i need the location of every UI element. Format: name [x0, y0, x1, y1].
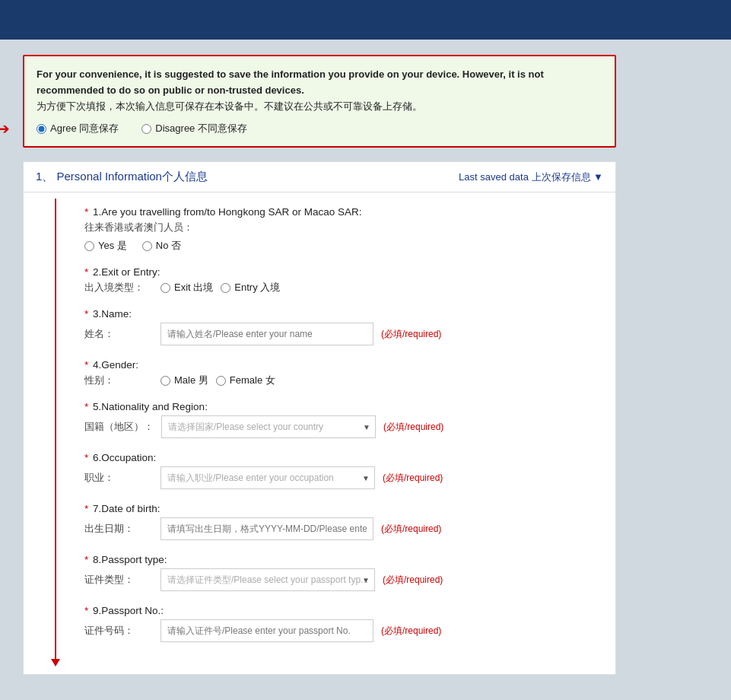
disagree-radio[interactable] — [141, 124, 151, 134]
notice-text: For your convenience, it is suggested to… — [37, 67, 602, 114]
q1-no[interactable]: No 否 — [142, 239, 181, 253]
q9-row: 证件号码： (必填/required) — [84, 619, 597, 642]
occupation-select[interactable]: 请输入职业/Please enter your occupation — [161, 467, 374, 488]
q6-required: (必填/required) — [383, 472, 443, 485]
q1-label-en: * 1.Are you travelling from/to Hongkong … — [84, 206, 597, 218]
q5-label-en: * 5.Nationality and Region: — [84, 401, 597, 412]
q2-row: 出入境类型： Exit 出境 Entry 入境 — [84, 281, 597, 294]
section-header: 1、 Personal Information个人信息 Last saved d… — [23, 161, 616, 192]
agree-option[interactable]: Agree 同意保存 — [37, 122, 119, 135]
q1-yes-radio[interactable] — [84, 241, 94, 251]
q4-field-name: 性别： — [84, 374, 153, 387]
q8-field-name: 证件类型： — [84, 573, 153, 587]
dob-input[interactable] — [161, 517, 373, 540]
nationality-select-wrapper[interactable]: 请选择国家/Please select your country ▼ — [161, 415, 376, 438]
q4-row: 性别： Male 男 Female 女 — [84, 374, 597, 387]
q4-male[interactable]: Male 男 — [161, 374, 208, 387]
disagree-option[interactable]: Disagree 不同意保存 — [141, 122, 247, 135]
question-2: * 2.Exit or Entry: 出入境类型： Exit 出境 Entry … — [84, 266, 597, 294]
passport-type-select[interactable]: 请选择证件类型/Please select your passport typ.… — [161, 569, 374, 590]
q5-required: (必填/required) — [383, 421, 443, 434]
q7-row: 出生日期： (必填/required) — [84, 517, 597, 540]
arrow-indicator: ➔ — [0, 119, 10, 138]
q4-female-radio[interactable] — [216, 376, 226, 386]
form-container: * 1.Are you travelling from/to Hongkong … — [23, 192, 616, 675]
q1-no-radio[interactable] — [142, 241, 152, 251]
section-title: 1、 Personal Information个人信息 — [36, 170, 208, 184]
passport-no-input[interactable] — [161, 619, 373, 642]
q4-male-radio[interactable] — [161, 376, 170, 386]
q5-field-name: 国籍（地区）： — [84, 420, 154, 434]
q2-field-name: 出入境类型： — [84, 281, 153, 294]
name-input[interactable] — [161, 323, 373, 345]
q6-row: 职业： 请输入职业/Please enter your occupation ▼… — [84, 466, 597, 489]
occupation-select-wrapper[interactable]: 请输入职业/Please enter your occupation ▼ — [161, 466, 375, 489]
top-bar — [0, 0, 731, 40]
q6-label-en: * 6.Occupation: — [84, 452, 597, 463]
q2-exit-radio[interactable] — [161, 283, 170, 293]
q8-label-en: * 8.Passport type: — [84, 554, 597, 565]
agree-radio[interactable] — [37, 124, 46, 134]
q9-field-name: 证件号码： — [84, 624, 153, 638]
question-1: * 1.Are you travelling from/to Hongkong … — [84, 206, 597, 253]
q3-row: 姓名： (必填/required) — [84, 323, 597, 345]
q2-entry[interactable]: Entry 入境 — [221, 281, 280, 294]
nationality-select[interactable]: 请选择国家/Please select your country — [162, 416, 375, 438]
q2-entry-radio[interactable] — [221, 283, 230, 293]
q8-row: 证件类型： 请选择证件类型/Please select your passpor… — [84, 568, 597, 591]
q9-required: (必填/required) — [381, 625, 441, 638]
q3-field-name: 姓名： — [84, 327, 153, 341]
question-3: * 3.Name: 姓名： (必填/required) — [84, 308, 597, 345]
q4-label-en: * 4.Gender: — [84, 359, 597, 371]
q4-female[interactable]: Female 女 — [216, 374, 275, 387]
question-8: * 8.Passport type: 证件类型： 请选择证件类型/Please … — [84, 554, 597, 591]
q7-required: (必填/required) — [381, 523, 441, 536]
question-9: * 9.Passport No.: 证件号码： (必填/required) — [84, 605, 597, 642]
vertical-arrow — [51, 199, 60, 667]
q2-exit[interactable]: Exit 出境 — [161, 281, 213, 294]
q1-yes[interactable]: Yes 是 — [84, 239, 127, 253]
passport-type-select-wrapper[interactable]: 请选择证件类型/Please select your passport typ.… — [161, 568, 375, 591]
last-saved-button[interactable]: Last saved data 上次保存信息 ▼ — [459, 170, 603, 184]
question-5: * 5.Nationality and Region: 国籍（地区）： 请选择国… — [84, 401, 597, 438]
q8-required: (必填/required) — [383, 574, 443, 587]
q2-label-en: * 2.Exit or Entry: — [84, 266, 597, 278]
q3-label-en: * 3.Name: — [84, 308, 597, 320]
q9-label-en: * 9.Passport No.: — [84, 605, 597, 616]
q1-label-zh: 往来香港或者澳门人员： — [84, 221, 597, 234]
question-7: * 7.Date of birth: 出生日期： (必填/required) — [84, 503, 597, 540]
save-notice-box: For your convenience, it is suggested to… — [23, 55, 616, 148]
q3-required: (必填/required) — [381, 328, 441, 341]
q5-row: 国籍（地区）： 请选择国家/Please select your country… — [84, 415, 597, 438]
question-6: * 6.Occupation: 职业： 请输入职业/Please enter y… — [84, 452, 597, 489]
q7-label-en: * 7.Date of birth: — [84, 503, 597, 514]
q6-field-name: 职业： — [84, 471, 153, 485]
question-4: * 4.Gender: 性别： Male 男 Female 女 — [84, 359, 597, 387]
q1-options: Yes 是 No 否 — [84, 239, 597, 253]
q7-field-name: 出生日期： — [84, 522, 153, 536]
